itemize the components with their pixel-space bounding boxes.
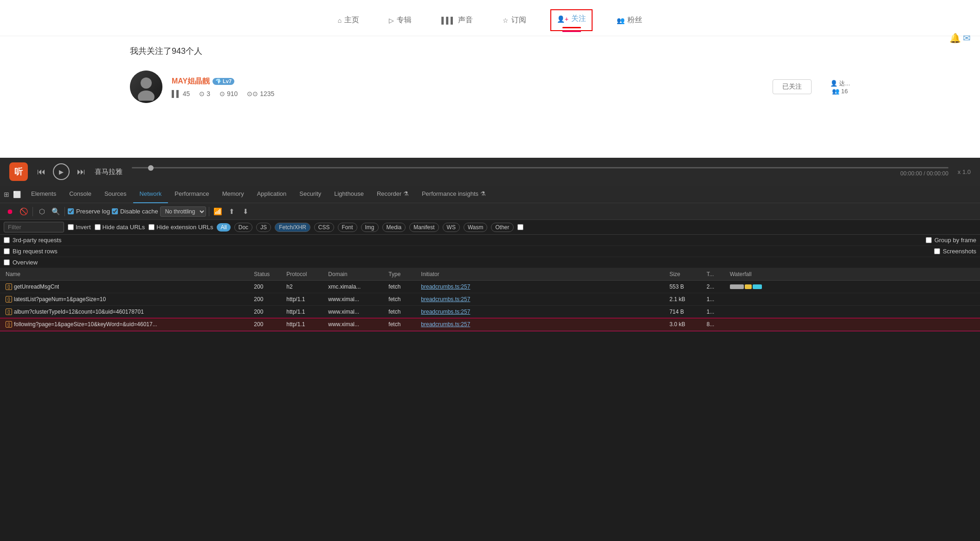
upload-icon-button[interactable]: ⬆ <box>226 206 238 218</box>
hide-data-urls-checkbox[interactable]: Hide data URLs <box>95 224 145 231</box>
devtools-tabs: ⊞ ⬜ Elements Console Sources Network Per… <box>0 186 980 203</box>
invert-checkbox[interactable]: Invert <box>68 224 91 231</box>
tab-performance-insights[interactable]: Performance insights ⚗ <box>415 186 492 203</box>
right-options-2: Screenshots <box>934 248 976 255</box>
tab-memory[interactable]: Memory <box>216 186 251 203</box>
table-row[interactable]: {} album?clusterTypeId=12&count=10&uid=4… <box>0 306 980 318</box>
clear-button[interactable]: 🚫 <box>18 206 30 218</box>
screenshots-checkbox[interactable]: Screenshots <box>934 248 976 255</box>
tab-subscribe[interactable]: ☆ 订阅 <box>497 12 532 29</box>
filter-icon-button[interactable]: ⬡ <box>36 206 48 218</box>
table-row[interactable]: {} latestList?pageNum=1&pageSize=10 200 … <box>0 293 980 306</box>
subscribe-icon: ☆ <box>503 17 509 24</box>
type-btn-fetch-xhr[interactable]: Fetch/XHR <box>275 223 310 232</box>
th-status[interactable]: Status <box>252 270 284 278</box>
prev-button[interactable]: ⏮ <box>37 167 45 177</box>
td-time: 2... <box>705 283 728 291</box>
type-btn-wasm[interactable]: Wasm <box>464 223 488 232</box>
th-waterfall[interactable]: Waterfall <box>728 270 976 278</box>
td-domain: www.ximal... <box>326 308 387 316</box>
progress-bar[interactable] <box>132 167 948 168</box>
group-by-frame-checkbox[interactable]: Group by frame <box>926 237 976 244</box>
type-btn-css[interactable]: CSS <box>314 223 334 232</box>
table-row[interactable]: {} following?page=1&pageSize=10&keyWord=… <box>0 318 980 331</box>
tab-elements[interactable]: Elements <box>25 186 63 203</box>
td-status: 200 <box>252 308 284 316</box>
th-time[interactable]: T... <box>705 270 728 278</box>
throttle-select[interactable]: No throttling <box>160 206 206 217</box>
tab-subscribe-label: 订阅 <box>511 15 526 25</box>
tab-security[interactable]: Security <box>293 186 328 203</box>
tab-performance[interactable]: Performance <box>168 186 215 203</box>
td-initiator[interactable]: breadcrumbs.ts:257 <box>419 320 667 328</box>
extra-checkbox[interactable] <box>517 224 523 230</box>
overview-checkbox[interactable]: Overview <box>4 259 38 266</box>
td-status: 200 <box>252 295 284 303</box>
options-row-1: 3rd-party requests Group by frame <box>0 235 980 246</box>
type-btn-font[interactable]: Font <box>338 223 357 232</box>
device-icon[interactable]: ⬜ <box>13 191 21 198</box>
td-type: fetch <box>387 295 419 303</box>
td-initiator[interactable]: breadcrumbs.ts:257 <box>419 308 667 316</box>
td-name: {} following?page=1&pageSize=10&keyWord=… <box>4 320 252 328</box>
inspect-icon[interactable]: ⊞ <box>4 191 9 198</box>
th-type[interactable]: Type <box>387 270 419 278</box>
play-button[interactable]: ▶ <box>53 163 70 180</box>
th-size[interactable]: Size <box>668 270 705 278</box>
separator-2 <box>64 207 65 216</box>
table-row[interactable]: {} getUnreadMsgCnt 200 h2 xmc.ximala... … <box>0 281 980 293</box>
separator-3 <box>209 207 209 216</box>
devtools-toolbar: ⏺ 🚫 ⬡ 🔍 Preserve log Disable cache No th… <box>0 203 980 220</box>
tab-application[interactable]: Application <box>251 186 293 203</box>
filter-input[interactable] <box>4 222 64 232</box>
avatar-svg <box>132 73 160 101</box>
big-rows-checkbox[interactable]: Big request rows <box>4 248 58 255</box>
td-initiator[interactable]: breadcrumbs.ts:257 <box>419 283 667 291</box>
tab-lighthouse[interactable]: Lighthouse <box>328 186 370 203</box>
type-btn-media[interactable]: Media <box>382 223 406 232</box>
tab-network[interactable]: Network <box>133 186 168 203</box>
avatar <box>130 71 162 103</box>
user-card: MAY姐晶靓 💎 Lv7 ▌▌ 45 ⊙ 3 ⊙ 910 ⊙⊙ 1235 已关注… <box>0 66 980 108</box>
tab-fans[interactable]: 👥 粉丝 <box>611 12 648 29</box>
stat-2: ⊙ 3 <box>199 90 210 97</box>
type-btn-js[interactable]: JS <box>256 223 271 232</box>
th-initiator[interactable]: Initiator <box>419 270 667 278</box>
td-time: 8... <box>705 320 728 328</box>
stop-recording-button[interactable]: ⏺ <box>4 206 16 218</box>
table-header: Name Status Protocol Domain Type Initiat… <box>0 268 980 281</box>
player-title: 喜马拉雅 <box>95 167 122 176</box>
disable-cache-checkbox[interactable]: Disable cache <box>112 208 158 215</box>
user-badge: 💎 Lv7 <box>213 78 234 85</box>
tab-home[interactable]: ⌂ 主页 <box>332 12 365 29</box>
tab-recorder[interactable]: Recorder ⚗ <box>370 186 415 203</box>
td-protocol: h2 <box>284 283 326 291</box>
th-protocol[interactable]: Protocol <box>284 270 326 278</box>
tab-console[interactable]: Console <box>63 186 98 203</box>
options-row-2: Big request rows Screenshots <box>0 246 980 257</box>
download-icon-button[interactable]: ⬇ <box>240 206 252 218</box>
third-party-checkbox[interactable]: 3rd-party requests <box>4 237 62 244</box>
th-domain[interactable]: Domain <box>326 270 387 278</box>
preserve-log-checkbox[interactable]: Preserve log <box>68 208 110 215</box>
type-btn-other[interactable]: Other <box>491 223 513 232</box>
hide-extension-urls-checkbox[interactable]: Hide extension URLs <box>148 224 213 231</box>
player-controls: ⏮ ▶ ⏭ <box>37 163 85 180</box>
type-btn-ws[interactable]: WS <box>443 223 460 232</box>
type-btn-manifest[interactable]: Manifest <box>409 223 438 232</box>
td-initiator[interactable]: breadcrumbs.ts:257 <box>419 295 667 303</box>
tab-follow[interactable]: 👤+ 关注 <box>550 9 593 31</box>
tab-sound[interactable]: ▌▌▌ 声音 <box>436 12 478 29</box>
tab-album[interactable]: ▷ 专辑 <box>383 12 417 29</box>
type-btn-doc[interactable]: Doc <box>234 223 252 232</box>
next-button[interactable]: ⏭ <box>77 167 85 177</box>
td-waterfall <box>728 308 976 316</box>
wifi-icon-button[interactable]: 📶 <box>212 206 224 218</box>
tab-sources[interactable]: Sources <box>98 186 133 203</box>
type-btn-img[interactable]: Img <box>361 223 379 232</box>
search-button[interactable]: 🔍 <box>50 206 62 218</box>
th-name[interactable]: Name <box>4 270 252 278</box>
follow-button[interactable]: 已关注 <box>773 79 812 94</box>
active-underline <box>562 27 581 28</box>
type-btn-all[interactable]: All <box>217 223 230 232</box>
